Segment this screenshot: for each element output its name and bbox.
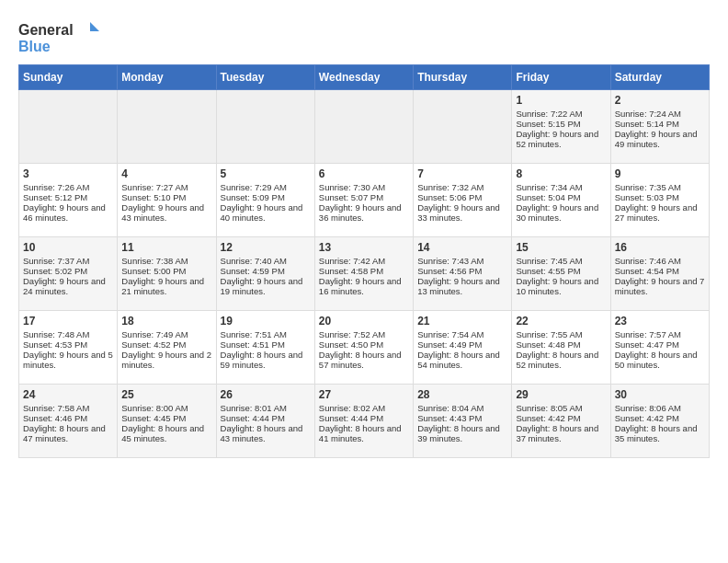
calendar-cell xyxy=(19,90,118,164)
sun-info: Sunrise: 8:00 AMSunset: 4:45 PMDaylight:… xyxy=(121,403,204,443)
sun-info: Sunrise: 7:32 AMSunset: 5:06 PMDaylight:… xyxy=(417,182,500,223)
calendar-cell: 10Sunrise: 7:37 AMSunset: 5:02 PMDayligh… xyxy=(19,237,118,311)
calendar-cell: 30Sunrise: 8:06 AMSunset: 4:42 PMDayligh… xyxy=(610,385,709,458)
weekday-header: Thursday xyxy=(414,65,512,90)
day-number: 22 xyxy=(516,315,606,327)
sun-info: Sunrise: 7:48 AMSunset: 4:53 PMDaylight:… xyxy=(23,329,113,370)
svg-marker-2 xyxy=(90,22,99,31)
calendar-week-row: 10Sunrise: 7:37 AMSunset: 5:02 PMDayligh… xyxy=(19,237,710,311)
day-number: 6 xyxy=(319,167,409,180)
calendar-cell xyxy=(216,90,314,164)
calendar-cell: 2Sunrise: 7:24 AMSunset: 5:14 PMDaylight… xyxy=(610,90,709,164)
sun-info: Sunrise: 8:01 AMSunset: 4:44 PMDaylight:… xyxy=(221,403,303,443)
sun-info: Sunrise: 7:27 AMSunset: 5:10 PMDaylight:… xyxy=(121,182,204,223)
sun-info: Sunrise: 8:05 AMSunset: 4:42 PMDaylight:… xyxy=(516,403,598,443)
day-number: 25 xyxy=(121,388,211,401)
sun-info: Sunrise: 7:35 AMSunset: 5:03 PMDaylight:… xyxy=(615,182,698,223)
day-number: 12 xyxy=(221,241,311,254)
calendar-cell: 17Sunrise: 7:48 AMSunset: 4:53 PMDayligh… xyxy=(19,311,118,385)
calendar-cell: 11Sunrise: 7:38 AMSunset: 5:00 PMDayligh… xyxy=(118,237,216,311)
day-number: 27 xyxy=(319,388,409,401)
sun-info: Sunrise: 7:29 AMSunset: 5:09 PMDaylight:… xyxy=(221,182,303,223)
day-number: 24 xyxy=(23,388,113,401)
calendar-cell xyxy=(314,90,413,164)
sun-info: Sunrise: 7:37 AMSunset: 5:02 PMDaylight:… xyxy=(23,256,106,296)
calendar-cell xyxy=(414,90,512,164)
day-number: 29 xyxy=(516,388,606,401)
sun-info: Sunrise: 7:40 AMSunset: 4:59 PMDaylight:… xyxy=(221,256,303,296)
calendar-cell: 8Sunrise: 7:34 AMSunset: 5:04 PMDaylight… xyxy=(512,164,610,237)
calendar-week-row: 3Sunrise: 7:26 AMSunset: 5:12 PMDaylight… xyxy=(19,164,710,237)
day-number: 13 xyxy=(319,241,409,254)
page-header: GeneralBlue xyxy=(18,18,710,55)
calendar-cell: 13Sunrise: 7:42 AMSunset: 4:58 PMDayligh… xyxy=(314,237,413,311)
calendar-cell xyxy=(118,90,216,164)
day-number: 15 xyxy=(516,241,606,254)
day-number: 9 xyxy=(615,167,705,180)
sun-info: Sunrise: 7:45 AMSunset: 4:55 PMDaylight:… xyxy=(516,256,598,296)
day-number: 3 xyxy=(23,167,113,180)
weekday-header: Monday xyxy=(118,65,216,90)
calendar-cell: 23Sunrise: 7:57 AMSunset: 4:47 PMDayligh… xyxy=(610,311,709,385)
calendar-cell: 1Sunrise: 7:22 AMSunset: 5:15 PMDaylight… xyxy=(512,90,610,164)
weekday-header-row: SundayMondayTuesdayWednesdayThursdayFrid… xyxy=(19,65,710,90)
calendar-cell: 25Sunrise: 8:00 AMSunset: 4:45 PMDayligh… xyxy=(118,385,216,458)
calendar-cell: 28Sunrise: 8:04 AMSunset: 4:43 PMDayligh… xyxy=(414,385,512,458)
weekday-header: Friday xyxy=(512,65,610,90)
calendar-cell: 7Sunrise: 7:32 AMSunset: 5:06 PMDaylight… xyxy=(414,164,512,237)
sun-info: Sunrise: 7:42 AMSunset: 4:58 PMDaylight:… xyxy=(319,256,402,296)
day-number: 23 xyxy=(615,315,705,327)
day-number: 21 xyxy=(417,315,507,327)
sun-info: Sunrise: 8:02 AMSunset: 4:44 PMDaylight:… xyxy=(319,403,402,443)
calendar-cell: 22Sunrise: 7:55 AMSunset: 4:48 PMDayligh… xyxy=(512,311,610,385)
calendar-cell: 19Sunrise: 7:51 AMSunset: 4:51 PMDayligh… xyxy=(216,311,314,385)
weekday-header: Tuesday xyxy=(216,65,314,90)
day-number: 1 xyxy=(516,94,606,107)
calendar-cell: 6Sunrise: 7:30 AMSunset: 5:07 PMDaylight… xyxy=(314,164,413,237)
calendar-cell: 24Sunrise: 7:58 AMSunset: 4:46 PMDayligh… xyxy=(19,385,118,458)
sun-info: Sunrise: 7:26 AMSunset: 5:12 PMDaylight:… xyxy=(23,182,106,223)
calendar-cell: 14Sunrise: 7:43 AMSunset: 4:56 PMDayligh… xyxy=(414,237,512,311)
calendar-cell: 15Sunrise: 7:45 AMSunset: 4:55 PMDayligh… xyxy=(512,237,610,311)
weekday-header: Sunday xyxy=(19,65,118,90)
day-number: 4 xyxy=(121,167,211,180)
day-number: 8 xyxy=(516,167,606,180)
sun-info: Sunrise: 7:22 AMSunset: 5:15 PMDaylight:… xyxy=(516,109,598,149)
calendar-cell: 4Sunrise: 7:27 AMSunset: 5:10 PMDaylight… xyxy=(118,164,216,237)
calendar-cell: 26Sunrise: 8:01 AMSunset: 4:44 PMDayligh… xyxy=(216,385,314,458)
sun-info: Sunrise: 7:57 AMSunset: 4:47 PMDaylight:… xyxy=(615,329,698,370)
sun-info: Sunrise: 8:04 AMSunset: 4:43 PMDaylight:… xyxy=(417,403,500,443)
day-number: 14 xyxy=(417,241,507,254)
sun-info: Sunrise: 7:24 AMSunset: 5:14 PMDaylight:… xyxy=(615,109,698,149)
svg-text:Blue: Blue xyxy=(18,39,51,54)
calendar-week-row: 17Sunrise: 7:48 AMSunset: 4:53 PMDayligh… xyxy=(19,311,710,385)
day-number: 19 xyxy=(221,315,311,327)
day-number: 10 xyxy=(23,241,113,254)
calendar-cell: 27Sunrise: 8:02 AMSunset: 4:44 PMDayligh… xyxy=(314,385,413,458)
calendar-cell: 20Sunrise: 7:52 AMSunset: 4:50 PMDayligh… xyxy=(314,311,413,385)
sun-info: Sunrise: 7:30 AMSunset: 5:07 PMDaylight:… xyxy=(319,182,402,223)
logo: GeneralBlue xyxy=(18,18,101,55)
sun-info: Sunrise: 7:58 AMSunset: 4:46 PMDaylight:… xyxy=(23,403,106,443)
sun-info: Sunrise: 7:49 AMSunset: 4:52 PMDaylight:… xyxy=(121,329,211,370)
day-number: 28 xyxy=(417,388,507,401)
calendar-week-row: 24Sunrise: 7:58 AMSunset: 4:46 PMDayligh… xyxy=(19,385,710,458)
sun-info: Sunrise: 7:55 AMSunset: 4:48 PMDaylight:… xyxy=(516,329,598,370)
day-number: 26 xyxy=(221,388,311,401)
day-number: 16 xyxy=(615,241,705,254)
day-number: 20 xyxy=(319,315,409,327)
day-number: 17 xyxy=(23,315,113,327)
svg-text:General: General xyxy=(18,22,74,38)
calendar-cell: 3Sunrise: 7:26 AMSunset: 5:12 PMDaylight… xyxy=(19,164,118,237)
logo-svg: GeneralBlue xyxy=(18,18,101,55)
day-number: 18 xyxy=(121,315,211,327)
day-number: 2 xyxy=(615,94,705,107)
day-number: 30 xyxy=(615,388,705,401)
calendar-cell: 29Sunrise: 8:05 AMSunset: 4:42 PMDayligh… xyxy=(512,385,610,458)
sun-info: Sunrise: 7:46 AMSunset: 4:54 PMDaylight:… xyxy=(615,256,705,296)
sun-info: Sunrise: 7:34 AMSunset: 5:04 PMDaylight:… xyxy=(516,182,598,223)
sun-info: Sunrise: 7:43 AMSunset: 4:56 PMDaylight:… xyxy=(417,256,500,296)
calendar-cell: 18Sunrise: 7:49 AMSunset: 4:52 PMDayligh… xyxy=(118,311,216,385)
sun-info: Sunrise: 8:06 AMSunset: 4:42 PMDaylight:… xyxy=(615,403,698,443)
calendar-cell: 5Sunrise: 7:29 AMSunset: 5:09 PMDaylight… xyxy=(216,164,314,237)
